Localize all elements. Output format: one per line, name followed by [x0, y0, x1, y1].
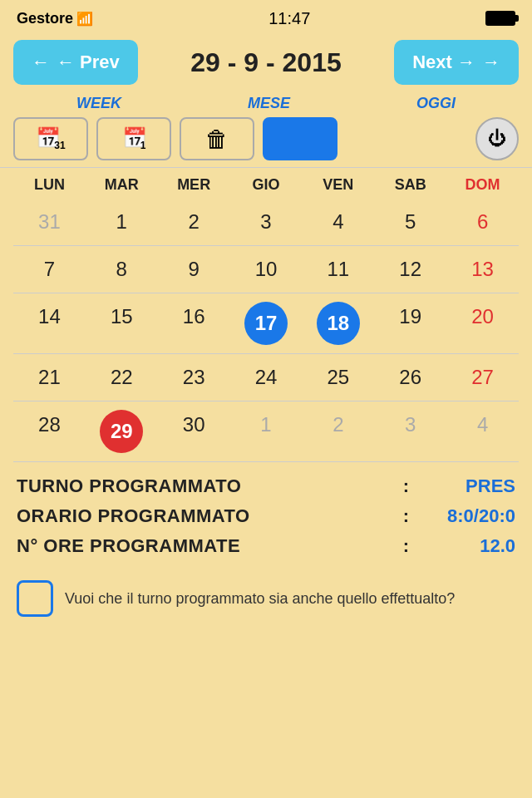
turno-checkbox[interactable]	[17, 580, 53, 617]
tab-week[interactable]: WEEK	[76, 95, 121, 112]
cal-cell[interactable]: 1	[230, 405, 303, 458]
calendar-31-icon: 📅31	[36, 126, 65, 152]
cal-cell[interactable]: 14	[13, 297, 86, 350]
next-arrow-icon: →	[482, 52, 500, 73]
cal-cell[interactable]: 26	[374, 357, 446, 397]
cal-cell[interactable]: 7	[13, 249, 86, 289]
info-section: TURNO PROGRAMMATO : PRES ORARIO PROGRAMM…	[0, 462, 532, 572]
cal-cell[interactable]: 25	[302, 357, 374, 397]
header-fri: VEN	[302, 171, 374, 199]
checkbox-row: Vuoi che il turno programmato sia anche …	[0, 572, 532, 625]
view-tabs: WEEK MESE OGGI	[0, 91, 532, 112]
active-view-button[interactable]	[263, 117, 337, 160]
cal-cell[interactable]: 16	[158, 297, 230, 350]
cal-cell[interactable]: 31	[13, 202, 86, 242]
header-sun: DOM	[446, 171, 519, 199]
calendar-31-button[interactable]: 📅31	[13, 117, 88, 160]
turno-value: PRES	[416, 475, 515, 497]
cal-cell[interactable]: 19	[374, 297, 446, 350]
cal-cell[interactable]: 3	[374, 405, 446, 458]
tab-month[interactable]: MESE	[248, 95, 290, 112]
turno-label: TURNO PROGRAMMATO	[17, 475, 397, 497]
info-row-1: TURNO PROGRAMMATO : PRES	[17, 475, 515, 497]
header-tue: MAR	[86, 171, 158, 199]
prev-arrow-icon: ←	[32, 52, 50, 73]
trash-button[interactable]: 🗑	[180, 117, 254, 160]
cal-cell[interactable]: 9	[158, 249, 230, 289]
ore-value: 12.0	[416, 535, 515, 557]
cal-cell[interactable]: 17	[230, 297, 303, 350]
cal-week-3: 14151617181920	[13, 293, 519, 354]
next-button[interactable]: Next → →	[394, 40, 519, 85]
cal-cell[interactable]: 15	[86, 297, 158, 350]
cal-cell[interactable]: 24	[230, 357, 303, 397]
cal-cell[interactable]: 4	[302, 202, 374, 242]
cal-cell[interactable]: 1	[86, 202, 158, 242]
calendar-body: 3112345678910111213141516171819202122232…	[0, 199, 532, 462]
orario-value: 8:0/20:0	[416, 505, 515, 527]
power-icon: ⏻	[488, 128, 506, 150]
cal-cell[interactable]: 2	[302, 405, 374, 458]
cal-cell[interactable]: 23	[158, 357, 230, 397]
checkbox-label: Vuoi che il turno programmato sia anche …	[65, 590, 455, 608]
header-thu: GIO	[230, 171, 303, 199]
cal-cell[interactable]: 13	[446, 249, 519, 289]
cal-cell[interactable]: 18	[302, 297, 374, 350]
cal-cell[interactable]: 4	[446, 405, 519, 458]
tab-today[interactable]: OGGI	[416, 95, 456, 112]
header-sat: SAB	[374, 171, 446, 199]
wifi-icon: 📶	[76, 12, 93, 26]
cal-week-5: 2829301234	[13, 401, 519, 462]
nav-date: 29 - 9 - 2015	[190, 47, 341, 78]
cal-cell[interactable]: 29	[86, 405, 158, 458]
power-button[interactable]: ⏻	[475, 117, 519, 160]
cal-cell[interactable]: 5	[374, 202, 446, 242]
calendar-header: LUN MAR MER GIO VEN SAB DOM	[0, 167, 532, 199]
prev-button[interactable]: ← ← Prev	[13, 40, 138, 85]
info-row-2: ORARIO PROGRAMMATO : 8:0/20:0	[17, 505, 515, 527]
status-bar: Gestore 📶 11:47	[0, 0, 532, 33]
cal-cell[interactable]: 3	[230, 202, 303, 242]
icon-row: 📅31 📅1 🗑 ⏻	[0, 112, 532, 164]
status-time: 11:47	[268, 9, 310, 28]
orario-label: ORARIO PROGRAMMATO	[17, 505, 397, 527]
cal-cell[interactable]: 12	[374, 249, 446, 289]
cal-cell[interactable]: 11	[302, 249, 374, 289]
calendar-1-icon: 📅1	[122, 126, 146, 152]
carrier-label: Gestore 📶	[17, 10, 93, 27]
nav-row: ← ← Prev 29 - 9 - 2015 Next → →	[0, 33, 532, 91]
cal-cell[interactable]: 2	[158, 202, 230, 242]
header-wed: MER	[158, 171, 230, 199]
cal-cell[interactable]: 27	[446, 357, 519, 397]
cal-cell[interactable]: 8	[86, 249, 158, 289]
header-mon: LUN	[13, 171, 86, 199]
calendar-1-button[interactable]: 📅1	[96, 117, 171, 160]
cal-cell[interactable]: 28	[13, 405, 86, 458]
cal-cell[interactable]: 22	[86, 357, 158, 397]
cal-cell[interactable]: 6	[446, 202, 519, 242]
cal-cell[interactable]: 21	[13, 357, 86, 397]
cal-cell[interactable]: 30	[158, 405, 230, 458]
cal-week-4: 21222324252627	[13, 354, 519, 401]
cal-week-2: 78910111213	[13, 246, 519, 293]
cal-week-1: 31123456	[13, 199, 519, 246]
cal-cell[interactable]: 10	[230, 249, 303, 289]
trash-icon: 🗑	[205, 126, 229, 153]
cal-cell[interactable]: 20	[446, 297, 519, 350]
ore-label: N° ORE PROGRAMMATE	[17, 535, 397, 557]
battery-icon	[485, 11, 515, 26]
info-row-3: N° ORE PROGRAMMATE : 12.0	[17, 535, 515, 557]
